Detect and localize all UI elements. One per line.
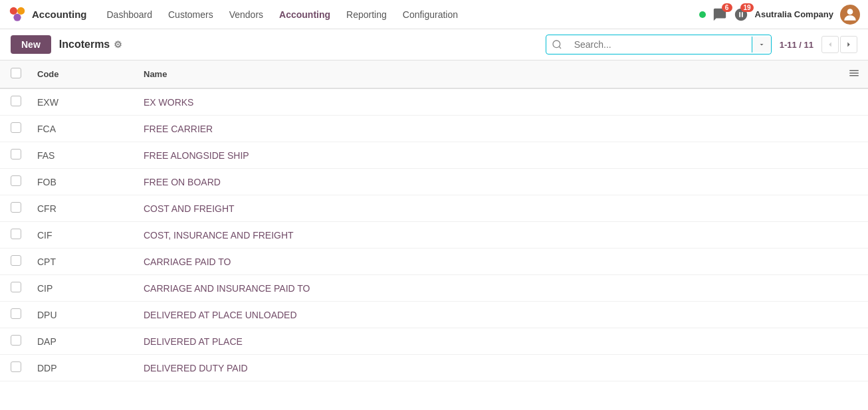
row-options	[840, 88, 868, 116]
nav-vendors[interactable]: Vendors	[223, 5, 270, 24]
row-checkbox-cell[interactable]	[0, 222, 29, 249]
nav-dashboard[interactable]: Dashboard	[100, 5, 160, 24]
row-code: DDP	[29, 355, 136, 381]
row-code: FOB	[29, 169, 136, 195]
pagination-prev-button[interactable]	[821, 36, 839, 53]
row-checkbox-cell[interactable]	[0, 249, 29, 275]
nav-accounting[interactable]: Accounting	[272, 5, 337, 24]
row-options	[840, 222, 868, 249]
row-code: CIP	[29, 275, 136, 302]
topnav-right: 6 19 Asutralia Company	[699, 5, 860, 25]
pagination-next-button[interactable]	[840, 36, 857, 53]
table-row[interactable]: DDP DELIVERED DUTY PAID	[0, 355, 868, 381]
table-row[interactable]: DAP DELIVERED AT PLACE	[0, 328, 868, 355]
table-row[interactable]: FCA FREE CARRIER	[0, 116, 868, 142]
svg-point-2	[13, 13, 21, 21]
select-all-checkbox-header[interactable]	[0, 60, 29, 88]
incoterms-table-container: Code Name EXW EX WORKS FCA FREE CARRIER	[0, 60, 868, 381]
row-options	[840, 275, 868, 302]
messages-badge: 6	[722, 3, 732, 12]
row-options	[840, 302, 868, 328]
search-bar	[546, 35, 772, 54]
incoterms-table: Code Name EXW EX WORKS FCA FREE CARRIER	[0, 60, 868, 381]
new-button[interactable]: New	[11, 35, 51, 54]
messages-icon-button[interactable]: 6	[712, 7, 727, 22]
row-name: EX WORKS	[136, 88, 840, 116]
row-code: EXW	[29, 88, 136, 116]
row-name: CARRIAGE AND INSURANCE PAID TO	[136, 275, 840, 302]
column-header-name[interactable]: Name	[136, 60, 840, 88]
row-name: FREE CARRIER	[136, 116, 840, 142]
table-row[interactable]: CFR COST AND FREIGHT	[0, 195, 868, 222]
row-name: DELIVERED AT PLACE	[136, 328, 840, 355]
table-row[interactable]: DPU DELIVERED AT PLACE UNLOADED	[0, 302, 868, 328]
settings-gear-icon[interactable]: ⚙	[114, 39, 122, 50]
pagination-nav	[821, 36, 857, 53]
row-checkbox-cell[interactable]	[0, 328, 29, 355]
table-row[interactable]: FOB FREE ON BOARD	[0, 169, 868, 195]
row-code: DPU	[29, 302, 136, 328]
row-options	[840, 169, 868, 195]
activity-icon-button[interactable]: 19	[734, 7, 748, 22]
nav-reporting[interactable]: Reporting	[340, 5, 393, 24]
toolbar: New Incoterms ⚙ 1-11 / 11	[0, 29, 868, 60]
row-checkbox-cell[interactable]	[0, 142, 29, 169]
top-navigation: Accounting Dashboard Customers Vendors A…	[0, 0, 868, 29]
svg-line-5	[559, 47, 561, 49]
svg-point-3	[847, 9, 853, 15]
row-checkbox-cell[interactable]	[0, 302, 29, 328]
row-checkbox-cell[interactable]	[0, 355, 29, 381]
nav-configuration[interactable]: Configuration	[396, 5, 465, 24]
table-row[interactable]: CPT CARRIAGE PAID TO	[0, 249, 868, 275]
user-avatar[interactable]	[840, 5, 860, 25]
row-code: FAS	[29, 142, 136, 169]
row-name: DELIVERED DUTY PAID	[136, 355, 840, 381]
svg-point-0	[10, 7, 17, 14]
page-title: Incoterms ⚙	[59, 39, 122, 51]
row-code: CPT	[29, 249, 136, 275]
table-row[interactable]: EXW EX WORKS	[0, 88, 868, 116]
row-code: DAP	[29, 328, 136, 355]
activity-badge: 19	[740, 3, 753, 12]
app-brand-label: Accounting	[32, 9, 87, 20]
row-name: CARRIAGE PAID TO	[136, 249, 840, 275]
table-row[interactable]: CIP CARRIAGE AND INSURANCE PAID TO	[0, 275, 868, 302]
search-dropdown-button[interactable]	[752, 37, 771, 52]
row-code: FCA	[29, 116, 136, 142]
column-options-header[interactable]	[840, 60, 868, 88]
row-name: COST, INSURANCE AND FREIGHT	[136, 222, 840, 249]
row-checkbox-cell[interactable]	[0, 275, 29, 302]
row-options	[840, 328, 868, 355]
row-code: CIF	[29, 222, 136, 249]
search-icon	[546, 35, 568, 54]
row-options	[840, 195, 868, 222]
table-header-row: Code Name	[0, 60, 868, 88]
row-options	[840, 116, 868, 142]
row-name: COST AND FREIGHT	[136, 195, 840, 222]
search-input[interactable]	[568, 35, 752, 54]
row-options	[840, 249, 868, 275]
pagination-info: 1-11 / 11	[780, 40, 814, 50]
svg-point-4	[553, 41, 560, 48]
online-status-indicator	[699, 11, 706, 18]
table-row[interactable]: FAS FREE ALONGSIDE SHIP	[0, 142, 868, 169]
row-name: FREE ON BOARD	[136, 169, 840, 195]
row-name: FREE ALONGSIDE SHIP	[136, 142, 840, 169]
column-header-code[interactable]: Code	[29, 60, 136, 88]
row-code: CFR	[29, 195, 136, 222]
row-options	[840, 142, 868, 169]
row-checkbox-cell[interactable]	[0, 169, 29, 195]
app-logo[interactable]	[8, 5, 27, 24]
company-name-label[interactable]: Asutralia Company	[755, 9, 833, 19]
svg-point-1	[17, 7, 25, 14]
row-checkbox-cell[interactable]	[0, 88, 29, 116]
row-checkbox-cell[interactable]	[0, 195, 29, 222]
nav-customers[interactable]: Customers	[162, 5, 220, 24]
row-name: DELIVERED AT PLACE UNLOADED	[136, 302, 840, 328]
row-checkbox-cell[interactable]	[0, 116, 29, 142]
row-options	[840, 355, 868, 381]
table-row[interactable]: CIF COST, INSURANCE AND FREIGHT	[0, 222, 868, 249]
